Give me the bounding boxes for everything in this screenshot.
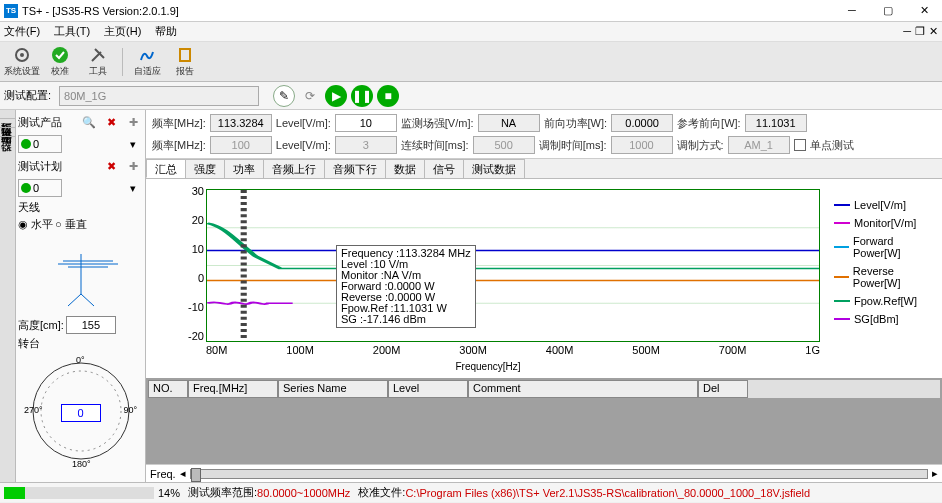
plan-counter[interactable]: 0 [18, 179, 62, 197]
config-label: 测试配置: [4, 88, 51, 103]
report-icon [175, 45, 195, 65]
tab-audio-up[interactable]: 音频上行 [263, 159, 325, 178]
search-icon[interactable]: 🔍 [79, 112, 99, 132]
menu-home[interactable]: 主页(H) [104, 24, 141, 39]
title-bar: TS TS+ - [JS35-RS Version:2.0.1.9] ─ ▢ ✕ [0, 0, 942, 22]
product-counter[interactable]: 0 [18, 135, 62, 153]
turntable-dial[interactable]: 0° 270° 90° 180° [18, 353, 143, 473]
progress-bar [4, 487, 154, 499]
height-label: 高度[cm]: [18, 318, 64, 333]
tab-strength[interactable]: 强度 [185, 159, 225, 178]
ref-value: 11.1031 [745, 114, 807, 132]
window-title: TS+ - [JS35-RS Version:2.0.1.9] [22, 5, 838, 17]
vertical-tabs: 运行面板 结果界面 仪器 [0, 110, 16, 482]
add-plan-icon[interactable]: ✚ [123, 156, 143, 176]
chart-tooltip: Frequency :113.3284 MHz Level :10 V/m Mo… [336, 245, 476, 328]
vtab-instr[interactable]: 仪器 [0, 128, 15, 137]
single-test-checkbox[interactable] [794, 139, 806, 151]
pause-button[interactable]: ❚❚ [351, 85, 373, 107]
tab-signal[interactable]: 信号 [424, 159, 464, 178]
forward-value: 0.0000 [611, 114, 673, 132]
vtab-run[interactable]: 运行面板 [0, 110, 15, 119]
app-icon: TS [4, 4, 18, 18]
mod-type-dropdown[interactable]: AM_1 [728, 136, 790, 154]
mdi-close-icon[interactable]: ✕ [929, 25, 938, 38]
freq-value: 113.3284 [210, 114, 272, 132]
close-button[interactable]: ✕ [910, 4, 938, 17]
chevron-down-icon-2[interactable]: ▾ [123, 178, 143, 198]
orient-v-radio[interactable]: ○ 垂直 [55, 217, 87, 232]
monitor-value: NA [478, 114, 540, 132]
report-button[interactable]: 报告 [167, 44, 203, 80]
add-icon[interactable]: ✚ [123, 112, 143, 132]
param-rows: 频率[MHz]: 113.3284 Level[V/m]: 10 监测场强[V/… [146, 110, 942, 159]
adapt-button[interactable]: 自适应 [129, 44, 165, 80]
slider-right-icon[interactable]: ▸ [932, 467, 938, 480]
freq-slider[interactable]: Freq. ◂ ▸ [146, 464, 942, 482]
svg-rect-3 [180, 49, 190, 61]
orient-h-radio[interactable]: ◉ 水平 [18, 217, 53, 232]
tab-data[interactable]: 数据 [385, 159, 425, 178]
vtab-result[interactable]: 结果界面 [0, 119, 15, 128]
menu-file[interactable]: 文件(F) [4, 24, 40, 39]
gear-icon [12, 45, 32, 65]
menu-help[interactable]: 帮助 [155, 24, 177, 39]
delete-plan-icon[interactable]: ✖ [101, 156, 121, 176]
stop-button[interactable]: ■ [377, 85, 399, 107]
tab-summary[interactable]: 汇总 [146, 159, 186, 178]
progress-pct: 14% [158, 487, 180, 499]
settings-button[interactable]: 系统设置 [4, 44, 40, 80]
svg-point-1 [20, 53, 24, 57]
maximize-button[interactable]: ▢ [874, 4, 902, 17]
chart-legend: Level[V/m] Monitor[V/m] Forward Power[W]… [830, 179, 942, 378]
chevron-down-icon[interactable]: ▾ [123, 134, 143, 154]
antenna-label: 天线 [18, 200, 40, 215]
tab-testdata[interactable]: 测试数据 [463, 159, 525, 178]
check-icon [50, 45, 70, 65]
calibrate-button[interactable]: 校准 [42, 44, 78, 80]
delete-icon[interactable]: ✖ [101, 112, 121, 132]
tools-icon [88, 45, 108, 65]
test-product-label: 测试产品 [18, 115, 77, 130]
tab-audio-down[interactable]: 音频下行 [324, 159, 386, 178]
turntable-label: 转台 [18, 336, 40, 351]
status-bar: 14% 测试频率范围: 80.0000~1000MHz 校准文件: C:\Pro… [0, 482, 942, 502]
svg-point-2 [52, 47, 68, 63]
minimize-button[interactable]: ─ [838, 4, 866, 17]
main-toolbar: 系统设置 校准 工具 自适应 报告 [0, 42, 942, 82]
tools-button[interactable]: 工具 [80, 44, 116, 80]
config-row: 测试配置: 80M_1G ✎ ⟳ ▶ ❚❚ ■ [0, 82, 942, 110]
config-dropdown[interactable]: 80M_1G [59, 86, 259, 106]
mdi-restore-icon[interactable]: ❐ [915, 25, 925, 38]
slider-left-icon[interactable]: ◂ [180, 467, 186, 480]
adapt-icon [137, 45, 157, 65]
reload-button[interactable]: ⟳ [299, 85, 321, 107]
right-panel: 频率[MHz]: 113.3284 Level[V/m]: 10 监测场强[V/… [146, 110, 942, 482]
angle-input[interactable] [61, 404, 101, 422]
level-input[interactable]: 10 [335, 114, 397, 132]
test-plan-label: 测试计划 [18, 159, 99, 174]
antenna-graphic [18, 234, 143, 314]
mdi-minimize-icon[interactable]: ─ [903, 25, 911, 38]
height-input[interactable] [66, 316, 116, 334]
left-panel: 测试产品 🔍 ✖ ✚ 0 ▾ 测试计划 ✖ ✚ 0 ▾ 天线 ◉ 水平 ○ 垂直 [16, 110, 146, 482]
data-grid[interactable]: NO. Freq.[MHz] Series Name Level Comment… [146, 378, 942, 464]
result-tabs: 汇总 强度 功率 音频上行 音频下行 数据 信号 测试数据 [146, 159, 942, 179]
edit-button[interactable]: ✎ [273, 85, 295, 107]
menu-bar: 文件(F) 工具(T) 主页(H) 帮助 ─ ❐ ✕ [0, 22, 942, 42]
chart[interactable]: 3020100-10-20 80M100M200M300M400M500M700… [146, 179, 830, 378]
play-button[interactable]: ▶ [325, 85, 347, 107]
tab-power[interactable]: 功率 [224, 159, 264, 178]
menu-tool[interactable]: 工具(T) [54, 24, 90, 39]
